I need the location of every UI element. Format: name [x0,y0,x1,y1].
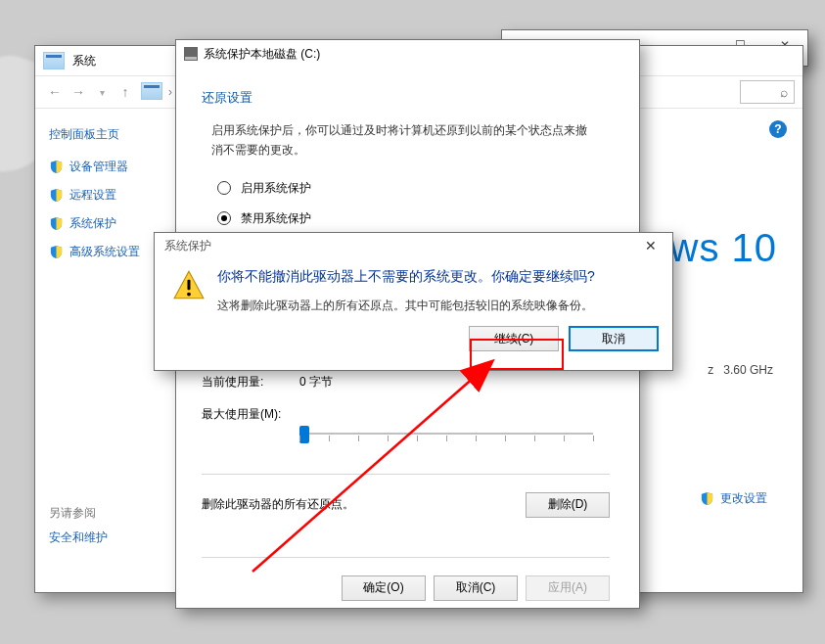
radio-disable-protection[interactable]: 禁用系统保护 [217,210,610,227]
help-icon[interactable]: ? [769,120,787,138]
max-usage-slider[interactable] [299,423,593,444]
confirm-titlebar[interactable]: 系统保护 ✕ [155,233,672,258]
shield-icon [700,491,714,506]
sidebar-item-label: 高级系统设置 [69,244,140,260]
sidebar-home-link[interactable]: 控制面板主页 [49,126,176,143]
protection-title: 系统保护本地磁盘 (C:) [204,46,320,63]
svg-point-1 [187,293,191,297]
max-usage-label: 最大使用量(M): [202,406,299,423]
sidebar-item-remote[interactable]: 远程设置 [49,187,176,204]
apply-button: 应用(A) [526,575,610,601]
radio-icon [217,211,231,225]
current-usage-value: 0 字节 [299,374,333,391]
shield-icon [49,245,64,259]
confirm-title: 系统保护 [164,238,211,254]
monitor-icon [43,52,65,69]
computer-icon [141,82,162,100]
continue-button[interactable]: 继续(C) [469,326,559,351]
sidebar-also-heading: 另请参阅 [49,505,176,522]
cpu-spec: z 3.60 GHz [708,363,773,377]
os-brand-text: ws 10 [670,226,778,270]
sidebar-item-device-manager[interactable]: 设备管理器 [49,159,176,175]
delete-restore-desc: 删除此驱动器的所有还原点。 [202,496,354,513]
radio-icon [217,181,231,195]
search-icon: ⌕ [780,84,788,100]
sidebar-also-link[interactable]: 安全和维护 [49,529,176,546]
sidebar-item-label: 设备管理器 [69,159,128,175]
cancel-button[interactable]: 取消(C) [434,575,518,601]
address-bar[interactable] [141,82,162,103]
nav-back-button[interactable]: ← [43,80,67,104]
delete-button[interactable]: 删除(D) [526,492,610,518]
nav-forward-button[interactable]: → [67,80,90,104]
radio-enable-protection[interactable]: 启用系统保护 [217,180,610,197]
svg-rect-0 [188,280,191,291]
shield-icon [49,160,64,174]
confirm-heading: 你将不能撤消此驱动器上不需要的系统更改。你确定要继续吗? [217,268,655,286]
ok-button[interactable]: 确定(O) [342,575,426,601]
change-settings-link[interactable]: 更改设置 [700,490,767,507]
current-usage-label: 当前使用量: [202,374,299,391]
warning-icon [172,268,206,301]
restore-description: 启用系统保护后，你可以通过及时将计算机还原到以前的某个状态点来撤消不需要的更改。 [211,120,593,161]
shield-icon [49,216,64,231]
system-title: 系统 [72,53,96,69]
protection-titlebar[interactable]: 系统保护本地磁盘 (C:) [176,40,639,68]
restore-section-heading: 还原设置 [202,89,610,107]
drive-icon [184,47,198,61]
confirm-dialog: 系统保护 ✕ 你将不能撤消此驱动器上不需要的系统更改。你确定要继续吗? 这将删除… [154,232,673,371]
shield-icon [49,188,64,203]
slider-thumb[interactable] [299,426,309,443]
search-input[interactable]: ⌕ [740,80,795,104]
sidebar-item-protection[interactable]: 系统保护 [49,215,176,232]
confirm-text: 这将删除此驱动器上的所有还原点。其中可能包括较旧的系统映像备份。 [217,298,655,314]
cancel-button[interactable]: 取消 [569,326,659,351]
current-usage-row: 当前使用量: 0 字节 [202,374,610,391]
breadcrumb-chevron-icon[interactable]: › [168,85,172,99]
close-button[interactable]: ✕ [635,236,666,255]
cpu-ghz: 3.60 GHz [723,363,773,377]
change-settings-label: 更改设置 [720,490,767,507]
sidebar-item-label: 系统保护 [69,215,116,232]
nav-recent-dropdown[interactable]: ▾ [90,80,114,104]
sidebar-item-label: 远程设置 [69,187,116,204]
cpu-hz-suffix: z [708,363,713,377]
nav-up-button[interactable]: ↑ [114,80,137,104]
radio-disable-label: 禁用系统保护 [241,210,311,227]
radio-enable-label: 启用系统保护 [241,180,311,197]
